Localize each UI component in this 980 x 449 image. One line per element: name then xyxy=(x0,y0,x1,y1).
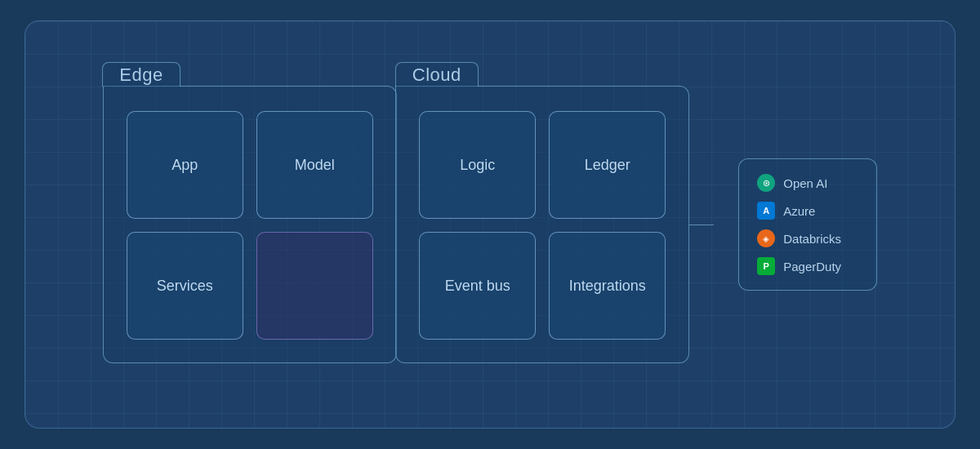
pagerduty-item: P PagerDuty xyxy=(757,257,858,275)
openai-label: Open AI xyxy=(783,176,827,190)
azure-label: Azure xyxy=(783,204,815,218)
edge-panel: Edge App Model Services xyxy=(103,86,397,363)
app-box: App xyxy=(127,111,243,219)
edge-grid: App Model Services xyxy=(127,111,373,340)
databricks-icon: ◈ xyxy=(757,229,775,247)
model-box: Model xyxy=(256,111,373,219)
integrations-box: Integrations xyxy=(549,232,666,340)
eventbus-box: Event bus xyxy=(419,232,536,340)
edge-label: Edge xyxy=(119,64,163,86)
databricks-label: Databricks xyxy=(783,232,841,246)
openai-icon: ⊛ xyxy=(757,174,775,192)
services-box: Services xyxy=(127,232,243,340)
services-panel: ⊛ Open AI A Azure ◈ Databricks P PagerDu… xyxy=(738,158,877,291)
diagram-layout: Edge App Model Services xyxy=(25,21,955,428)
azure-icon: A xyxy=(757,202,775,220)
edge-tab: Edge xyxy=(102,62,180,87)
cloud-panel: Cloud Logic Ledger Event bus Integration… xyxy=(395,86,689,363)
databricks-item: ◈ Databricks xyxy=(757,229,858,247)
cloud-tab: Cloud xyxy=(395,62,479,87)
main-diagram-container: Edge App Model Services xyxy=(24,20,956,429)
pagerduty-label: PagerDuty xyxy=(783,260,841,273)
logic-box: Logic xyxy=(419,111,536,219)
azure-item: A Azure xyxy=(757,202,858,220)
cloud-grid: Logic Ledger Event bus Integrations xyxy=(419,111,666,340)
ledger-box: Ledger xyxy=(549,111,666,219)
openai-item: ⊛ Open AI xyxy=(757,174,858,192)
panels-row: Edge App Model Services xyxy=(103,86,878,363)
edge-empty-box xyxy=(256,232,373,340)
pagerduty-icon: P xyxy=(757,257,775,275)
cloud-label: Cloud xyxy=(412,64,461,86)
